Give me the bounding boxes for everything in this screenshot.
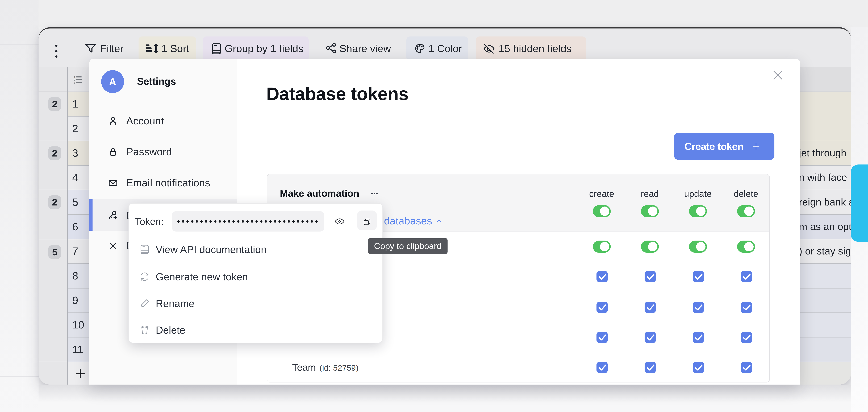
svg-text:2: 2 <box>74 78 75 81</box>
svg-text:3: 3 <box>74 81 75 84</box>
svg-text:1: 1 <box>74 76 75 79</box>
